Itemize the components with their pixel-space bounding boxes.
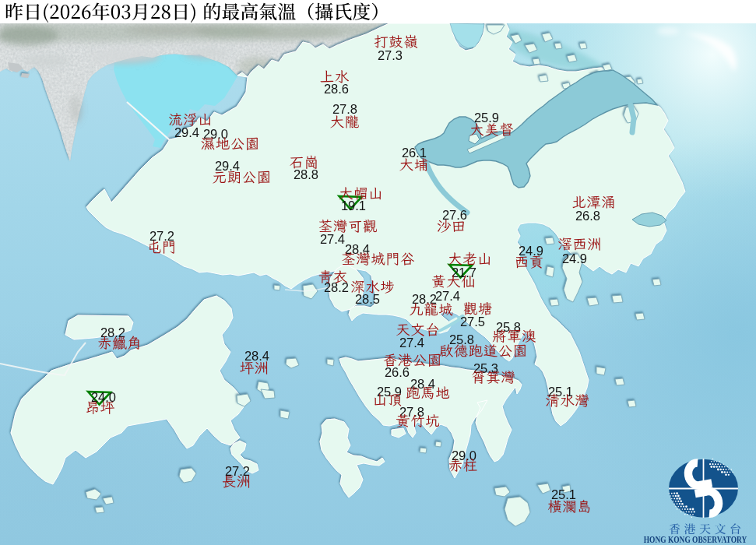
svg-text:21.7: 21.7 <box>452 265 476 280</box>
svg-text:27.8: 27.8 <box>332 102 357 116</box>
svg-text:28.5: 28.5 <box>355 292 380 306</box>
svg-text:27.5: 27.5 <box>460 315 485 329</box>
svg-text:26.8: 26.8 <box>575 209 600 223</box>
svg-text:28.4: 28.4 <box>244 349 269 363</box>
svg-text:25.1: 25.1 <box>548 385 573 399</box>
svg-text:27.4: 27.4 <box>435 289 460 303</box>
svg-text:25.8: 25.8 <box>496 320 521 334</box>
svg-text:29.4: 29.4 <box>174 125 199 139</box>
svg-text:24.9: 24.9 <box>519 244 543 258</box>
svg-text:24.9: 24.9 <box>562 251 587 265</box>
svg-text:28.2: 28.2 <box>324 280 349 294</box>
svg-text:28.8: 28.8 <box>294 167 318 181</box>
svg-text:27.8: 27.8 <box>399 405 424 419</box>
svg-text:27.4: 27.4 <box>320 232 345 246</box>
svg-text:28.6: 28.6 <box>324 82 349 96</box>
svg-text:26.1: 26.1 <box>402 146 427 160</box>
svg-text:29.4: 29.4 <box>215 159 240 173</box>
svg-text:27.3: 27.3 <box>378 48 403 62</box>
svg-text:25.9: 25.9 <box>377 385 402 399</box>
svg-text:27.4: 27.4 <box>399 336 424 350</box>
svg-text:29.0: 29.0 <box>203 127 228 141</box>
svg-text:25.1: 25.1 <box>551 487 576 501</box>
svg-text:27.2: 27.2 <box>149 229 174 243</box>
svg-text:19.1: 19.1 <box>341 199 366 213</box>
svg-text:25.8: 25.8 <box>449 332 474 346</box>
svg-text:25.9: 25.9 <box>474 111 499 125</box>
svg-text:25.3: 25.3 <box>473 361 498 375</box>
svg-text:HONG KONG OBSERVATORY: HONG KONG OBSERVATORY <box>644 533 747 545</box>
svg-text:26.6: 26.6 <box>385 365 410 379</box>
